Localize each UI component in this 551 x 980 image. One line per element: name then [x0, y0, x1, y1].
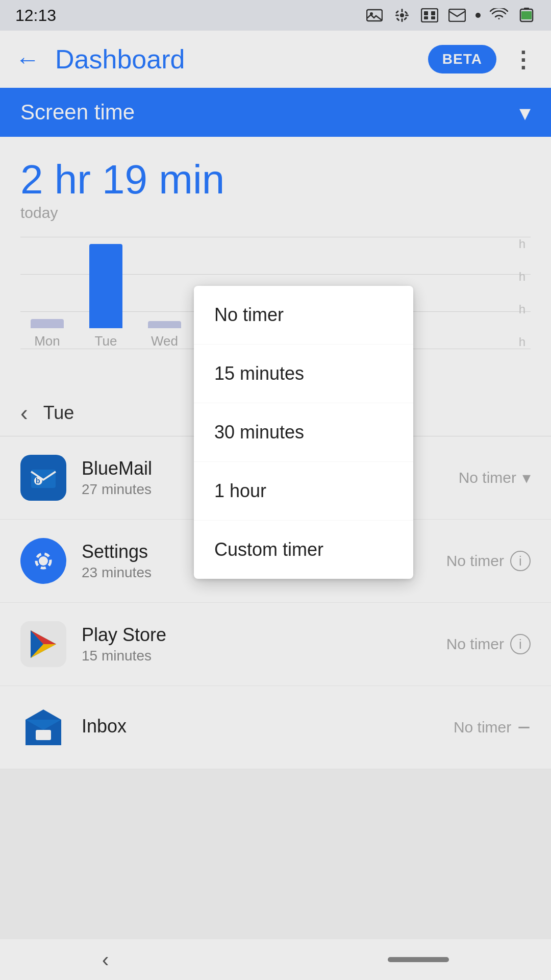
- dropdown-item-no-timer[interactable]: No timer: [194, 286, 413, 345]
- svg-rect-7: [395, 10, 399, 14]
- chart-bar-mon: [31, 319, 64, 328]
- svg-point-2: [400, 13, 404, 17]
- playstore-app-icon: [20, 621, 66, 667]
- beta-badge: BETA: [428, 45, 496, 74]
- page-title: Dashboard: [55, 44, 413, 75]
- svg-rect-12: [424, 11, 428, 15]
- nav-home-indicator[interactable]: [388, 957, 449, 962]
- svg-rect-14: [424, 16, 428, 19]
- bluemail-app-icon: b: [20, 455, 66, 501]
- svg-rect-18: [524, 8, 529, 10]
- email-icon: [448, 6, 466, 24]
- svg-rect-10: [404, 17, 407, 20]
- list-item: Inbox No timer −: [0, 686, 551, 769]
- header: ← Dashboard BETA ⋮: [0, 31, 551, 88]
- svg-rect-4: [402, 18, 403, 22]
- svg-rect-5: [395, 15, 399, 16]
- status-time: 12:13: [15, 6, 56, 25]
- timer-label: No timer: [459, 469, 516, 486]
- chart-label-wed: Wed: [151, 333, 178, 349]
- minus-icon[interactable]: −: [517, 716, 531, 739]
- total-time-display: 2 hr 19 min today: [20, 157, 531, 222]
- app-name: Play Store: [82, 624, 446, 646]
- wifi-icon: [490, 6, 508, 24]
- chart-bar-tue: [89, 244, 122, 328]
- image-icon: [365, 6, 384, 24]
- asterisk-icon: [393, 6, 411, 24]
- svg-text:b: b: [36, 477, 40, 485]
- inbox-app-icon: [20, 704, 66, 750]
- list-item: Play Store 15 minutes No timer i: [0, 603, 551, 686]
- notification-dot: [475, 13, 481, 18]
- app-timer[interactable]: No timer −: [454, 716, 531, 739]
- status-bar: 12:13: [0, 0, 551, 31]
- svg-rect-11: [421, 9, 438, 22]
- timer-label: No timer: [446, 635, 504, 653]
- app-timer[interactable]: No timer i: [446, 551, 531, 571]
- app-time: 15 minutes: [82, 648, 446, 664]
- timer-label: No timer: [446, 552, 504, 570]
- screen-time-label: Screen time: [20, 100, 135, 125]
- info-icon[interactable]: i: [510, 551, 531, 571]
- svg-rect-8: [404, 11, 408, 14]
- more-options-button[interactable]: ⋮: [512, 46, 536, 72]
- prev-day-button[interactable]: ‹: [20, 400, 28, 426]
- app-info: Play Store 15 minutes: [82, 624, 446, 664]
- svg-rect-6: [405, 15, 409, 16]
- current-day: Tue: [43, 402, 74, 424]
- dropdown-arrow-icon[interactable]: ▾: [522, 468, 531, 487]
- scan-icon: [420, 6, 439, 24]
- dropdown-item-custom[interactable]: Custom timer: [194, 521, 413, 579]
- app-timer[interactable]: No timer i: [446, 634, 531, 654]
- timer-dropdown: No timer 15 minutes 30 minutes 1 hour Cu…: [194, 286, 413, 579]
- svg-rect-3: [402, 9, 403, 12]
- svg-rect-15: [431, 16, 435, 19]
- dropdown-item-30min[interactable]: 30 minutes: [194, 403, 413, 462]
- time-value: 2 hr 19 min: [20, 157, 531, 202]
- dropdown-item-1hour[interactable]: 1 hour: [194, 462, 413, 521]
- status-icons: [365, 6, 536, 24]
- svg-rect-13: [431, 11, 435, 15]
- app-timer[interactable]: No timer ▾: [459, 468, 531, 487]
- bottom-nav: ‹: [0, 939, 551, 980]
- svg-rect-9: [396, 17, 399, 21]
- chart-label-mon: Mon: [34, 333, 60, 349]
- svg-rect-16: [449, 9, 465, 21]
- app-name: Inbox: [82, 716, 454, 737]
- chart-bar-wed: [148, 321, 181, 328]
- screen-time-chevron-icon: ▾: [519, 100, 531, 126]
- info-icon[interactable]: i: [510, 634, 531, 654]
- back-button[interactable]: ←: [15, 45, 40, 74]
- svg-rect-28: [36, 730, 51, 740]
- app-info: Inbox: [82, 716, 454, 739]
- timer-label: No timer: [454, 719, 511, 736]
- settings-app-icon: [20, 538, 66, 584]
- battery-icon: [517, 6, 536, 24]
- svg-rect-19: [521, 11, 532, 19]
- dropdown-item-15min[interactable]: 15 minutes: [194, 345, 413, 403]
- nav-back-button[interactable]: ‹: [102, 948, 109, 971]
- screen-time-bar[interactable]: Screen time ▾: [0, 88, 551, 137]
- svg-point-23: [39, 556, 48, 566]
- chart-label-tue: Tue: [95, 333, 117, 349]
- time-subtext: today: [20, 204, 531, 222]
